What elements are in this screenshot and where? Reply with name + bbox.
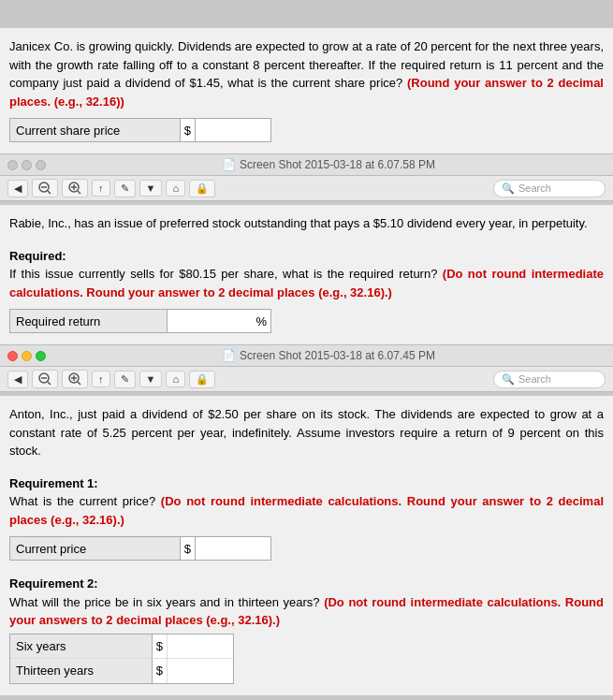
six-years-label: Six years	[10, 634, 153, 658]
anton-req2-label: Requirement 2:	[9, 575, 604, 593]
rabie-text: Rabie, Inc., has an issue of preferred s…	[9, 216, 588, 230]
zoom-out-btn-2[interactable]	[32, 370, 58, 388]
share-btn-2[interactable]: ↑	[92, 371, 110, 387]
thirteen-years-label: Thirteen years	[10, 659, 153, 683]
rabie-paragraph: Rabie, Inc., has an issue of preferred s…	[9, 214, 604, 233]
svg-line-1	[48, 191, 51, 194]
zoom-in-btn-2[interactable]	[62, 370, 88, 388]
toolbar-1: ◀ ↑ ✎ ▼ ⌂ 🔒 🔍 Search	[0, 176, 613, 201]
req2-text: What will the price be in six years and …	[9, 595, 320, 609]
window-bar-1: 📄 Screen Shot 2015-03-18 at 6.07.58 PM	[0, 153, 613, 176]
percent-unit: %	[252, 312, 270, 331]
nav-prev-btn-2[interactable]: ◀	[7, 371, 28, 388]
rabie-section: Rabie, Inc., has an issue of preferred s…	[0, 205, 613, 344]
edit-dropdown-1[interactable]: ▼	[139, 180, 163, 197]
edit-btn-1[interactable]: ✎	[114, 180, 136, 197]
six-years-row: Six years $	[10, 634, 233, 659]
rabie-required: Required:	[9, 247, 604, 266]
window-bar-2: 📄 Screen Shot 2015-03-18 at 6.07.45 PM	[0, 344, 613, 367]
search-placeholder-2: Search	[518, 373, 551, 385]
search-icon-1: 🔍	[502, 182, 515, 195]
traffic-lights-1	[7, 160, 46, 170]
search-icon-2: 🔍	[502, 373, 515, 386]
thirteen-years-dollar-sign: $	[156, 664, 163, 678]
close-dot-1[interactable]	[7, 160, 18, 170]
svg-line-11	[78, 382, 80, 385]
thirteen-years-dollar: $	[153, 659, 168, 683]
dollar-sign-3: $	[181, 537, 196, 560]
zoom-in-btn-1[interactable]	[62, 179, 88, 197]
edit-btn-2[interactable]: ✎	[114, 371, 136, 388]
anton-req2-text: What will the price be in six years and …	[9, 593, 604, 630]
anton-text: Anton, Inc., just paid a dividend of $2.…	[9, 407, 604, 458]
required-return-row: Required return %	[9, 309, 271, 333]
years-table: Six years $ Thirteen years $	[9, 634, 234, 684]
search-box-1[interactable]: 🔍 Search	[493, 180, 606, 197]
current-price-input[interactable]	[196, 537, 270, 560]
current-share-price-input[interactable]	[196, 119, 270, 141]
janicex-section: Janicex Co. is growing quickly. Dividend…	[0, 28, 613, 153]
required-label: Required:	[9, 249, 66, 263]
maximize-dot-2[interactable]	[36, 351, 46, 361]
dollar-sign-1: $	[181, 119, 196, 141]
current-price-label: Current price	[10, 537, 181, 560]
minimize-dot-2[interactable]	[22, 351, 32, 361]
file-icon-2: 📄	[222, 349, 236, 362]
arrange2-btn-1[interactable]: 🔒	[189, 180, 215, 197]
minimize-dot-1[interactable]	[22, 160, 32, 170]
six-years-input[interactable]	[168, 634, 233, 658]
edit-dropdown-2[interactable]: ▼	[139, 371, 163, 387]
six-years-dollar-sign: $	[156, 639, 163, 653]
anton-section: Anton, Inc., just paid a dividend of $2.…	[0, 396, 613, 695]
zoom-out-btn-1[interactable]	[32, 179, 58, 197]
maximize-dot-1[interactable]	[36, 160, 46, 170]
anton-req1-text: What is the current price? (Do not round…	[9, 492, 604, 529]
svg-line-8	[48, 382, 51, 385]
rabie-required-text: If this issue currently sells for $80.15…	[9, 265, 604, 301]
window-title-1: 📄 Screen Shot 2015-03-18 at 6.07.58 PM	[51, 158, 606, 171]
current-share-price-label: Current share price	[10, 119, 181, 141]
toolbar-2: ◀ ↑ ✎ ▼ ⌂ 🔒 🔍 Search	[0, 367, 613, 392]
thirteen-years-row: Thirteen years $	[10, 659, 233, 683]
req1-label: Requirement 1:	[9, 476, 98, 490]
thirteen-years-input[interactable]	[168, 659, 233, 683]
svg-line-4	[78, 191, 80, 194]
window-title-text-2: Screen Shot 2015-03-18 at 6.07.45 PM	[240, 349, 435, 362]
anton-paragraph: Anton, Inc., just paid a dividend of $2.…	[9, 405, 604, 460]
top-spacer	[0, 0, 613, 28]
search-box-2[interactable]: 🔍 Search	[493, 371, 606, 388]
nav-prev-btn-1[interactable]: ◀	[7, 180, 28, 197]
six-years-text: Six years	[16, 639, 66, 653]
janicex-paragraph: Janicex Co. is growing quickly. Dividend…	[9, 37, 604, 110]
window-title-text-1: Screen Shot 2015-03-18 at 6.07.58 PM	[240, 158, 435, 171]
required-return-input[interactable]	[168, 310, 252, 332]
req1-text: What is the current price?	[9, 494, 155, 508]
arrange-btn-2[interactable]: ⌂	[166, 371, 185, 387]
share-btn-1[interactable]: ↑	[92, 180, 110, 197]
thirteen-years-text: Thirteen years	[16, 664, 94, 678]
current-price-row: Current price $	[9, 536, 271, 561]
req2-label: Requirement 2:	[9, 576, 98, 591]
traffic-lights-2	[7, 351, 46, 361]
current-share-price-row: Current share price $	[9, 118, 271, 142]
arrange-btn-1[interactable]: ⌂	[166, 180, 185, 197]
search-placeholder-1: Search	[518, 182, 551, 194]
required-return-label: Required return	[10, 310, 168, 332]
close-dot-2[interactable]	[7, 351, 18, 361]
rabie-req-text: If this issue currently sells for $80.15…	[9, 267, 437, 281]
anton-req1-label: Requirement 1:	[9, 474, 604, 493]
six-years-dollar: $	[153, 634, 168, 658]
file-icon-1: 📄	[222, 158, 236, 171]
window-title-2: 📄 Screen Shot 2015-03-18 at 6.07.45 PM	[51, 349, 606, 362]
arrange2-btn-2[interactable]: 🔒	[189, 371, 215, 388]
